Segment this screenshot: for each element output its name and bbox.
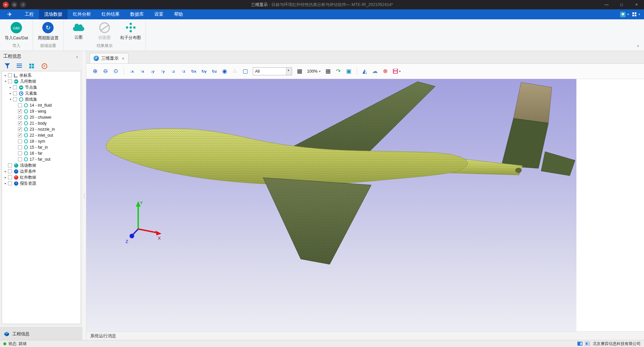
probe-point-icon[interactable]: ◉ (220, 66, 229, 76)
tab-close-icon[interactable]: × (122, 56, 125, 61)
view-y-up-icon[interactable]: ↑y (158, 66, 167, 76)
tree-item[interactable]: 20 - chuiwei (2, 114, 81, 120)
tree-checkbox[interactable] (18, 109, 22, 113)
account-icon[interactable] (620, 12, 626, 17)
zoom-fit-icon[interactable]: ⊙ (111, 66, 121, 76)
tree-item[interactable]: ▾面线集 (2, 96, 81, 102)
rotate-z-icon[interactable]: ↻z (209, 66, 219, 76)
tree-expander-icon[interactable]: ▸ (3, 182, 8, 185)
tree-expander-icon[interactable]: ▸ (3, 176, 8, 179)
tree-checkbox[interactable] (8, 163, 12, 167)
tree-item[interactable]: 15 - far_in (2, 144, 81, 150)
view-x-up-icon[interactable]: ↑x (137, 66, 147, 76)
tree-item[interactable]: 17 - far_out (2, 156, 81, 162)
tree-checkbox[interactable] (8, 169, 12, 173)
view-z-down-icon[interactable]: ↓z (168, 66, 178, 76)
tree-item[interactable]: 19 - wing (2, 108, 81, 114)
tree-checkbox[interactable] (13, 91, 17, 95)
filter-icon[interactable] (4, 63, 11, 69)
tree-item[interactable]: ▾几何数据 (2, 78, 81, 84)
tree-checkbox[interactable] (13, 85, 17, 89)
box-select-icon[interactable]: ▢ (240, 66, 250, 76)
tree-item[interactable]: ▸元素集 (2, 90, 81, 96)
layout-toggle-icon-1[interactable] (577, 342, 582, 346)
cloud-display-icon[interactable]: ☁ (370, 66, 380, 76)
apps-caret-icon[interactable]: ▾ (638, 13, 640, 16)
zoom-in-icon[interactable]: ⊕ (90, 66, 100, 76)
ribbon-collapse-icon[interactable]: ∧ (637, 44, 639, 48)
tree-expander-icon[interactable]: ▸ (8, 92, 13, 95)
panel-splitter[interactable]: ⋮ (83, 51, 86, 340)
tree-checkbox[interactable] (18, 115, 22, 119)
tree-checkbox[interactable] (8, 79, 12, 83)
tree-expander-icon[interactable]: ▸ (3, 170, 8, 173)
snapshot-icon[interactable]: ▣ (344, 66, 354, 76)
tree-item[interactable]: 23 - nozzle_in (2, 126, 81, 132)
rotate-x-icon[interactable]: ↻x (189, 66, 198, 76)
titlebar-undo-icon[interactable] (20, 2, 26, 8)
titlebar-grid-icon[interactable] (11, 2, 17, 8)
menu-item-红外分析[interactable]: 红外分析 (68, 9, 96, 19)
mirror-icon[interactable]: ◭ (360, 66, 370, 76)
panel-collapse-icon[interactable]: ‹ (75, 54, 79, 59)
tree-checkbox[interactable] (18, 121, 22, 125)
close-button[interactable]: × (629, 0, 644, 9)
menu-item-帮助[interactable]: 帮助 (169, 9, 188, 19)
minimize-button[interactable]: — (599, 0, 614, 9)
tree-checkbox[interactable] (8, 175, 12, 179)
pattern-icon[interactable]: ▩ (295, 66, 304, 76)
ribbon-button-slice[interactable]: 切面图 (94, 22, 115, 41)
particle-trace-icon[interactable]: ∴ (230, 66, 240, 76)
tree-item[interactable]: 18 - sym (2, 138, 81, 144)
save-view-select[interactable]: ▾ (391, 67, 403, 76)
grid-view-icon[interactable] (29, 63, 35, 69)
tree-expander-icon[interactable]: ▾ (3, 80, 8, 83)
zoom-out-icon[interactable]: ⊖ (101, 66, 110, 76)
tree-item[interactable]: 21 - body (2, 120, 81, 126)
rotate-y-icon[interactable]: ↻y (199, 66, 209, 76)
tree-checkbox[interactable] (18, 157, 22, 161)
zoom-level-select[interactable]: 100%▾ (305, 67, 323, 76)
tree-item[interactable]: 22 - inlet_out (2, 132, 81, 138)
tree-checkbox[interactable] (18, 127, 22, 131)
menu-item-设置[interactable]: 设置 (149, 9, 169, 19)
tree-item[interactable]: 14 - int_fluid (2, 102, 81, 108)
tree-checkbox[interactable] (8, 73, 12, 77)
menu-item-红外结果[interactable]: 红外结果 (96, 9, 125, 19)
layout-toggle-icon-2[interactable] (585, 342, 590, 346)
tree-checkbox[interactable] (8, 181, 12, 185)
tree-checkbox[interactable] (18, 103, 22, 107)
tree-checkbox[interactable] (18, 139, 22, 143)
tree-expander-icon[interactable]: ▸ (8, 86, 13, 89)
viewport-3d[interactable]: X Y Z (86, 79, 576, 331)
expand-list-icon[interactable] (16, 63, 23, 69)
tree-item[interactable]: ▸报告资源 (2, 180, 81, 186)
menu-item-数据库[interactable]: 数据库 (125, 9, 149, 19)
tree-expander-icon[interactable]: ▸ (3, 74, 8, 77)
menu-item-工程[interactable]: 工程 (19, 9, 39, 19)
ribbon-button-cas[interactable]: cas导入Cas/Dat (5, 22, 28, 41)
tree-checkbox[interactable] (18, 151, 22, 155)
tree-expander-icon[interactable]: ▾ (8, 98, 13, 101)
tree-item[interactable]: ▸坐标系 (2, 72, 81, 78)
menu-item-流场数据[interactable]: 流场数据 (39, 9, 68, 19)
app-logo-icon[interactable] (3, 2, 9, 8)
view-y-down-icon[interactable]: ↓y (148, 66, 157, 76)
ribbon-button-period[interactable]: 周期面设置 (38, 22, 59, 41)
maximize-button[interactable]: □ (614, 0, 629, 9)
clear-view-icon[interactable]: ⊗ (381, 66, 390, 76)
account-caret-icon[interactable]: ▾ (627, 13, 629, 16)
tree-item[interactable]: ▸红外数据 (2, 174, 81, 180)
tree-item[interactable]: 16 - far (2, 150, 81, 156)
tab-3d-view[interactable]: 三维显示 × (90, 53, 129, 63)
apps-grid-icon[interactable] (632, 12, 637, 17)
tree-checkbox[interactable] (18, 133, 22, 137)
grid-icon[interactable]: ▦ (323, 66, 333, 76)
ribbon-button-particles[interactable]: 粒子分布图 (120, 22, 141, 41)
tree-checkbox[interactable] (13, 97, 17, 101)
view-z-up-icon[interactable]: ↑z (178, 66, 188, 76)
tree-item[interactable]: ▸节点集 (2, 84, 81, 90)
view-x-down-icon[interactable]: ↓x (127, 66, 137, 76)
ribbon-button-cloud[interactable]: 云图 (68, 22, 89, 40)
tree-item[interactable]: ▸边界条件 (2, 168, 81, 174)
